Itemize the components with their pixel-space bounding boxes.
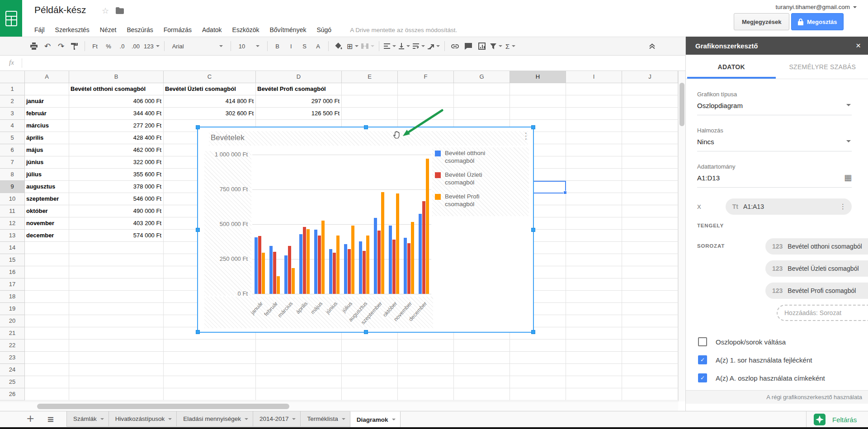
cell-A18[interactable]	[25, 291, 69, 303]
number-format-menu[interactable]: 123	[144, 40, 160, 52]
cell-A15[interactable]	[25, 254, 69, 266]
cell-A7[interactable]: június	[25, 156, 69, 169]
cell-G26[interactable]	[454, 388, 510, 401]
cell-J6[interactable]	[622, 144, 678, 156]
row-header-1[interactable]: 1	[0, 83, 25, 95]
cell-J1[interactable]	[622, 83, 678, 95]
chart-resize-handle-nw[interactable]	[196, 125, 200, 129]
chart-type-select[interactable]: Oszlopdiagram	[697, 98, 852, 115]
cell-F25[interactable]	[398, 376, 454, 388]
cell-B5[interactable]: 428 400 Ft	[69, 132, 164, 144]
cell-H2[interactable]	[510, 95, 566, 108]
row-header-18[interactable]: 18	[0, 291, 25, 303]
text-rotation-menu[interactable]	[428, 40, 440, 52]
cell-G1[interactable]	[454, 83, 510, 95]
cell-H3[interactable]	[510, 108, 566, 120]
chevron-down-icon[interactable]	[100, 418, 104, 422]
cell-B6[interactable]: 462 000 Ft	[69, 144, 164, 156]
cell-I19[interactable]	[566, 303, 622, 315]
panel-tab-személyre-szabás[interactable]: SZEMÉLYRE SZABÁS	[777, 55, 868, 79]
cell-I2[interactable]	[566, 95, 622, 108]
cell-I21[interactable]	[566, 327, 622, 339]
cell-H22[interactable]	[510, 339, 566, 352]
cell-I17[interactable]	[566, 278, 622, 291]
chart-resize-handle-sw[interactable]	[196, 330, 200, 334]
vertical-scrollbar[interactable]	[678, 71, 685, 401]
chart[interactable]: Bevételek januárfebruármárciusáprilismáj…	[197, 127, 534, 333]
cell-D25[interactable]	[256, 376, 342, 388]
cell-I18[interactable]	[566, 291, 622, 303]
cell-B23[interactable]	[69, 352, 164, 364]
cell-C22[interactable]	[164, 339, 256, 352]
cell-A8[interactable]: július	[25, 169, 69, 181]
cell-J2[interactable]	[622, 95, 678, 108]
cell-D2[interactable]: 297 000 Ft	[256, 95, 342, 108]
cell-B14[interactable]	[69, 242, 164, 254]
cell-B18[interactable]	[69, 291, 164, 303]
data-range-field[interactable]: A1:D13 ▦	[697, 170, 852, 188]
cell-A23[interactable]	[25, 352, 69, 364]
fill-handle[interactable]	[563, 191, 567, 194]
cell-B2[interactable]: 406 000 Ft	[69, 95, 164, 108]
cell-I6[interactable]	[566, 144, 622, 156]
sheets-logo-icon[interactable]	[0, 0, 22, 37]
insert-comment-button[interactable]	[463, 40, 474, 52]
cell-F24[interactable]	[398, 364, 454, 376]
old-editor-link[interactable]: A régi grafikonszerkesztő használata	[766, 394, 862, 401]
chart-resize-handle-se[interactable]	[531, 330, 535, 334]
stacking-select[interactable]: Nincs	[697, 134, 852, 151]
cell-G25[interactable]	[454, 376, 510, 388]
cell-J9[interactable]	[622, 181, 678, 193]
menu-bővítmények[interactable]: Bővítmények	[270, 26, 307, 33]
cell-A13[interactable]: december	[25, 230, 69, 242]
undo-button[interactable]: ↶	[42, 40, 53, 52]
legend-entry[interactable]: Bevétel otthoni csomagból	[435, 149, 505, 165]
cell-J17[interactable]	[622, 278, 678, 291]
cell-A11[interactable]: október	[25, 205, 69, 217]
insert-chart-button[interactable]	[476, 40, 487, 52]
vertical-align-menu[interactable]	[399, 40, 410, 52]
sheet-tab-terméklista[interactable]: Terméklista	[300, 411, 350, 427]
cell-I8[interactable]	[566, 169, 622, 181]
font-size-select[interactable]: 10	[236, 40, 263, 52]
row-header-16[interactable]: 16	[0, 266, 25, 278]
cell-G2[interactable]	[454, 95, 510, 108]
cell-C2[interactable]: 414 800 Ft	[164, 95, 256, 108]
cell-E22[interactable]	[342, 339, 398, 352]
decrease-decimals-button[interactable]: .0	[117, 40, 127, 52]
merge-cells-menu[interactable]	[361, 40, 374, 52]
cell-I22[interactable]	[566, 339, 622, 352]
horizontal-align-menu[interactable]	[384, 40, 396, 52]
cell-H1[interactable]	[510, 83, 566, 95]
cell-G24[interactable]	[454, 364, 510, 376]
cell-A14[interactable]	[25, 242, 69, 254]
checkbox-row[interactable]: ✓A(z) 1. sor használata fejlécként	[697, 355, 852, 364]
row-header-4[interactable]: 4	[0, 120, 25, 132]
cell-B12[interactable]: 403 200 Ft	[69, 217, 164, 230]
row-header-17[interactable]: 17	[0, 278, 25, 291]
cell-J26[interactable]	[622, 388, 678, 401]
cell-A1[interactable]	[25, 83, 69, 95]
text-wrap-menu[interactable]	[413, 40, 425, 52]
cell-H25[interactable]	[510, 376, 566, 388]
share-button[interactable]: Megosztás	[791, 13, 844, 30]
cell-E2[interactable]	[342, 95, 398, 108]
cell-B24[interactable]	[69, 364, 164, 376]
column-header-E[interactable]: E	[342, 71, 398, 83]
cell-J25[interactable]	[622, 376, 678, 388]
cell-C26[interactable]	[164, 388, 256, 401]
sheet-tab-hivatkozástípusok[interactable]: Hivatkozástípusok	[108, 411, 177, 427]
chart-resize-handle-n[interactable]	[364, 125, 368, 129]
cell-J19[interactable]	[622, 303, 678, 315]
cell-I13[interactable]	[566, 230, 622, 242]
filter-button[interactable]	[490, 40, 502, 52]
cell-B9[interactable]: 378 000 Ft	[69, 181, 164, 193]
column-header-G[interactable]: G	[454, 71, 510, 83]
cell-B1[interactable]: Bevétel otthoni csomagból	[69, 83, 164, 95]
chevron-down-icon[interactable]	[168, 418, 172, 422]
folder-icon[interactable]	[116, 7, 124, 16]
currency-format-button[interactable]: Ft	[90, 40, 100, 52]
chart-resize-handle-s[interactable]	[364, 330, 368, 334]
cell-D24[interactable]	[256, 364, 342, 376]
cell-I5[interactable]	[566, 132, 622, 144]
